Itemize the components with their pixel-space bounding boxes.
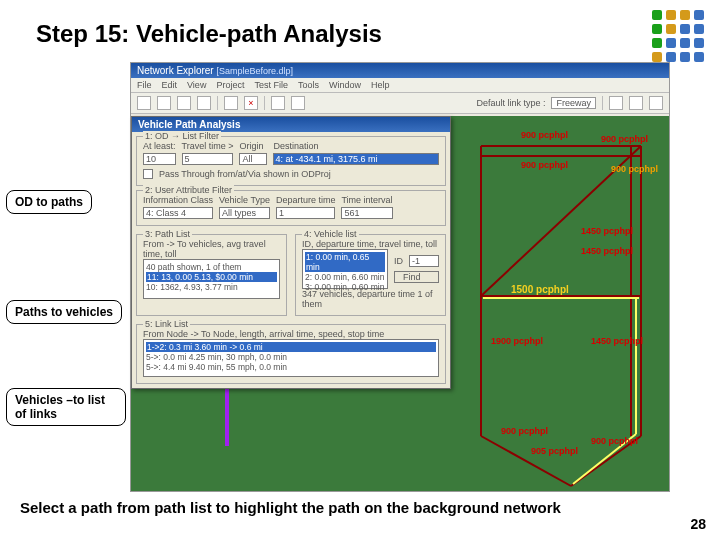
callout-od-paths: OD to paths — [6, 190, 92, 214]
link-type-dropdown[interactable]: Freeway — [551, 97, 596, 109]
group-title: 3: Path List — [143, 229, 192, 239]
menu-project[interactable]: Project — [216, 80, 244, 90]
path-row[interactable]: 10: 1362, 4.93, 3.77 min — [146, 282, 277, 292]
group-vehicle-list: 4: Vehicle list ID, departure time, trav… — [295, 234, 446, 316]
page-number: 28 — [690, 516, 706, 532]
tb-tool-b-icon[interactable] — [629, 96, 643, 110]
callout-vehicles-links: Vehicles –to list of links — [6, 388, 126, 426]
group-path-list: 3: Path List From -> To vehicles, avg tr… — [136, 234, 287, 316]
link-label: 1450 pcphpl — [591, 336, 643, 346]
group-od-filter: 1: OD → List Filter At least:10 Travel t… — [136, 136, 446, 186]
passthrough-checkbox[interactable] — [143, 169, 153, 179]
tb-tool-c-icon[interactable] — [649, 96, 663, 110]
link-label: 900 pcphpl — [611, 164, 658, 174]
travel-time-label: Travel time > — [182, 141, 234, 151]
vehicle-row-selected[interactable]: 1: 0.00 min, 0.65 min — [305, 252, 385, 272]
link-listbox[interactable]: 1->2: 0.3 mi 3.60 min -> 0.6 mi 5->: 0.0… — [143, 339, 439, 377]
window-subtitle: [SampleBefore.dlp] — [216, 66, 293, 76]
bottom-note: Select a path from path list to highligh… — [20, 499, 561, 516]
menu-test file[interactable]: Test File — [254, 80, 288, 90]
info-class-label: Information Class — [143, 195, 213, 205]
time-interval-label: Time interval — [341, 195, 392, 205]
origin-label: Origin — [239, 141, 267, 151]
window-titlebar: Network Explorer [SampleBefore.dlp] — [131, 63, 669, 78]
tb-delete-icon[interactable]: × — [244, 96, 258, 110]
link-row-selected[interactable]: 1->2: 0.3 mi 3.60 min -> 0.6 mi — [146, 342, 436, 352]
link-label: 900 pcphpl — [591, 436, 638, 446]
link-list-sub: From Node -> To Node, length, arrival ti… — [143, 329, 439, 339]
link-label: 1500 pcphpl — [511, 284, 569, 295]
svg-line-7 — [481, 436, 571, 486]
vehicle-listbox[interactable]: 1: 0.00 min, 0.65 min 2: 0.00 min, 6.60 … — [302, 249, 388, 289]
toolbar-separator — [217, 96, 218, 110]
toolbar-separator — [264, 96, 265, 110]
find-button[interactable]: Find — [394, 271, 439, 283]
vehicle-note: 347 vehicles, departure time 1 of them — [302, 289, 439, 309]
menu-file[interactable]: File — [137, 80, 152, 90]
group-user-filter: 2: User Attribute Filter Information Cla… — [136, 190, 446, 226]
toolbar-label: Default link type : — [476, 98, 545, 108]
tb-tool-a-icon[interactable] — [609, 96, 623, 110]
path-list-sub: From -> To vehicles, avg travel time, to… — [143, 239, 280, 259]
group-title: 1: OD → List Filter — [143, 131, 221, 141]
tb-save-icon[interactable] — [177, 96, 191, 110]
network-canvas: 900 pcphpl 900 pcphpl 900 pcphpl 900 pcp… — [131, 116, 669, 491]
link-label: 900 pcphpl — [601, 134, 648, 144]
tb-open-icon[interactable] — [157, 96, 171, 110]
vehicle-path-dialog: Vehicle Path Analysis 1: OD → List Filte… — [131, 116, 451, 389]
vehicle-type-label: Vehicle Type — [219, 195, 270, 205]
link-row[interactable]: 5->: 4.4 mi 9.40 min, 55 mph, 0.0 min — [146, 362, 436, 372]
menu-help[interactable]: Help — [371, 80, 390, 90]
app-screenshot: Network Explorer [SampleBefore.dlp] File… — [130, 62, 670, 492]
path-listbox[interactable]: 40 path shown, 1 of them 11: 13, 0.00 5.… — [143, 259, 280, 299]
tb-new-icon[interactable] — [137, 96, 151, 110]
dot-grid — [652, 10, 704, 62]
dest-dropdown[interactable]: 4: at -434.1 mi, 3175.6 mi — [273, 153, 439, 165]
link-label: 1900 pcphpl — [491, 336, 543, 346]
vehid-input[interactable]: -1 — [409, 255, 439, 267]
menu-tools[interactable]: Tools — [298, 80, 319, 90]
vehicle-row[interactable]: 2: 0.00 min, 6.60 min — [305, 272, 385, 282]
link-row[interactable]: 5->: 0.0 mi 4.25 min, 30 mph, 0.0 min — [146, 352, 436, 362]
menu-edit[interactable]: Edit — [162, 80, 178, 90]
departure-input[interactable]: 1 — [276, 207, 336, 219]
toolbar: × Default link type : Freeway — [131, 93, 669, 114]
toolbar-separator — [602, 96, 603, 110]
vehicle-list-sub: ID, departure time, travel time, toll — [302, 239, 439, 249]
origin-dropdown[interactable]: All — [239, 153, 267, 165]
link-label: 900 pcphpl — [501, 426, 548, 436]
menu-view[interactable]: View — [187, 80, 206, 90]
menu-window[interactable]: Window — [329, 80, 361, 90]
at-least-input[interactable]: 10 — [143, 153, 176, 165]
menubar[interactable]: FileEditViewProjectTest FileToolsWindowH… — [131, 78, 669, 93]
path-row: 40 path shown, 1 of them — [146, 262, 277, 272]
passthrough-label: Pass Through from/at/Via shown in ODProj — [159, 169, 331, 179]
link-label: 905 pcphpl — [531, 446, 578, 456]
group-title: 4: Vehicle list — [302, 229, 359, 239]
travel-time-input[interactable]: 5 — [182, 153, 234, 165]
tb-misc1-icon[interactable] — [271, 96, 285, 110]
slide-title: Step 15: Vehicle-path Analysis — [36, 20, 382, 48]
time-interval-input[interactable]: 561 — [341, 207, 392, 219]
group-link-list: 5: Link List From Node -> To Node, lengt… — [136, 324, 446, 384]
vehicle-type-dropdown[interactable]: All types — [219, 207, 270, 219]
link-label: 1450 pcphpl — [581, 246, 633, 256]
callout-paths-vehicles: Paths to vehicles — [6, 300, 122, 324]
tb-misc2-icon[interactable] — [291, 96, 305, 110]
dest-label: Destination — [273, 141, 439, 151]
group-title: 2: User Attribute Filter — [143, 185, 234, 195]
link-label: 1450 pcphpl — [581, 226, 633, 236]
dialog-title: Vehicle Path Analysis — [132, 117, 450, 132]
tb-cut-icon[interactable] — [224, 96, 238, 110]
group-title: 5: Link List — [143, 319, 190, 329]
id-label: ID — [394, 256, 403, 266]
tb-print-icon[interactable] — [197, 96, 211, 110]
departure-label: Departure time — [276, 195, 336, 205]
link-label: 900 pcphpl — [521, 160, 568, 170]
window-title-text: Network Explorer — [137, 65, 214, 76]
info-class-dropdown[interactable]: 4: Class 4 — [143, 207, 213, 219]
at-least-label: At least: — [143, 141, 176, 151]
link-label: 900 pcphpl — [521, 130, 568, 140]
path-row-selected[interactable]: 11: 13, 0.00 5.13, $0.00 min — [146, 272, 277, 282]
